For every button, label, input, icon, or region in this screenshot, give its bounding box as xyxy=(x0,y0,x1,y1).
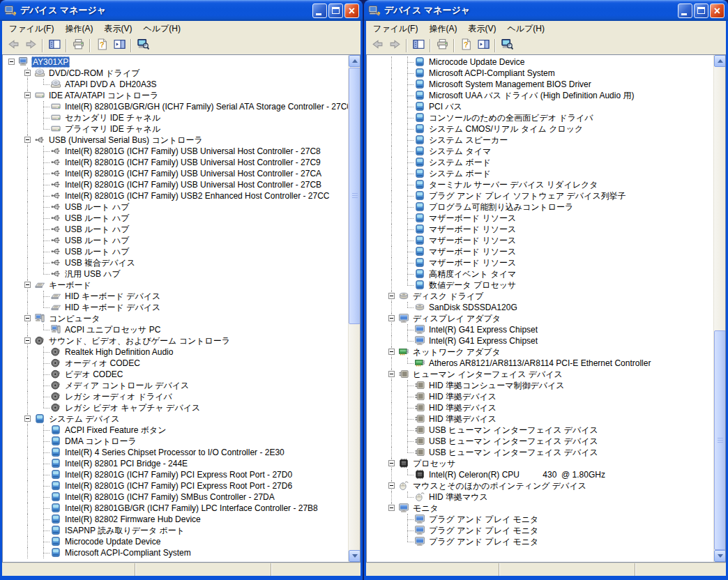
tree-item-label[interactable]: IDE ATA/ATAPI コントローラ xyxy=(47,90,160,101)
scrollbar-track[interactable] xyxy=(714,67,725,550)
back-button[interactable] xyxy=(369,38,386,53)
vertical-scrollbar[interactable] xyxy=(348,55,360,562)
tree-item-label[interactable]: Intel(R) 82801G (ICH7 Family) PCI Expres… xyxy=(63,480,294,491)
tree-item-row[interactable]: Intel(R) 82802 Firmware Hub Device xyxy=(3,514,348,525)
maximize-button[interactable] xyxy=(328,3,343,18)
tree-category-row[interactable]: ヒューマン インターフェイス デバイス xyxy=(367,369,713,380)
tree-item-label[interactable]: システム ボード xyxy=(427,157,492,168)
scroll-up-button[interactable] xyxy=(714,55,726,67)
tree-category-row[interactable]: コンピュータ xyxy=(3,313,348,324)
tree-item-label[interactable]: AY301XP xyxy=(31,56,70,68)
tree-item-label[interactable]: Intel(R) 4 Series Chipset Processor to I… xyxy=(63,447,286,458)
tree-item-label[interactable]: モニタ xyxy=(411,503,440,514)
tree-item-row[interactable]: Microsoft System Management BIOS Driver xyxy=(367,79,713,90)
tree-item-row[interactable]: Intel(R) 82801G (ICH7 Family) PCI Expres… xyxy=(3,480,348,491)
scrollbar-thumb[interactable] xyxy=(349,68,361,324)
tree-item-label[interactable]: Realtek High Definition Audio xyxy=(63,346,174,358)
tree-item-label[interactable]: レガシ オーディオ ドライバ xyxy=(63,391,174,402)
tree-item-row[interactable]: Microcode Update Device xyxy=(3,536,348,547)
tree-item-label[interactable]: Intel(R) 82801GB/GR/GH (ICH7 Family) Ser… xyxy=(63,101,348,112)
tree-item-row[interactable]: Intel(R) 82801G (ICH7 Family) USB Univer… xyxy=(3,146,348,157)
tree-category-row[interactable]: IDE ATA/ATAPI コントローラ xyxy=(3,90,348,101)
tree-category-row[interactable]: USB (Universal Serial Bus) コントローラ xyxy=(3,135,348,146)
tree-item-label[interactable]: Intel(R) 82801G (ICH7 Family) USB2 Enhan… xyxy=(63,190,331,201)
tree-item-row[interactable]: HID 準拠マウス xyxy=(367,491,713,503)
scroll-down-button[interactable] xyxy=(714,550,726,562)
tree-category-row[interactable]: システム デバイス xyxy=(3,413,348,425)
tree-item-row[interactable]: Intel(R) 82801G (ICH7 Family) USB2 Enhan… xyxy=(3,190,348,201)
tree-item-row[interactable]: Intel(R) 82801G (ICH7 Family) USB Univer… xyxy=(3,168,348,179)
tree-category-row[interactable]: プロセッサ xyxy=(367,458,713,469)
titlebar[interactable]: デバイス マネージャ xyxy=(364,0,728,21)
collapse-toggle[interactable] xyxy=(24,282,31,288)
tree-item-label[interactable]: Intel(R) 82801GB/GR (ICH7 Family) LPC In… xyxy=(63,503,319,514)
tree-item-label[interactable]: プログラム可能割り込みコントローラ xyxy=(427,201,575,213)
tree-item-row[interactable]: Intel(R) G41 Express Chipset xyxy=(367,324,713,335)
tree-item-label[interactable]: USB ルート ハブ xyxy=(63,224,130,235)
collapse-toggle[interactable] xyxy=(8,59,15,65)
tree-item-row[interactable]: 高精度イベント タイマ xyxy=(367,268,713,280)
tree-item-label[interactable]: USB ルート ハブ xyxy=(63,201,130,213)
collapse-toggle[interactable] xyxy=(24,337,31,344)
vertical-scrollbar[interactable] xyxy=(713,55,725,562)
tree-item-label[interactable]: USB ルート ハブ xyxy=(63,213,130,224)
tree-item-row[interactable]: システム ボード xyxy=(367,157,713,168)
collapse-toggle[interactable] xyxy=(388,315,395,321)
tree-item-label[interactable]: レガシ ビデオ キャプチャ デバイス xyxy=(63,402,202,413)
tree-item-label[interactable]: マザーボード リソース xyxy=(427,213,517,224)
tree-item-row[interactable]: Intel(R) 82801G (ICH7 Family) PCI Expres… xyxy=(3,469,348,480)
tree-category-row[interactable]: マウスとそのほかのポインティング デバイス xyxy=(367,480,713,491)
tree-item-label[interactable]: Microsoft UAA バス ドライバ (High Definition A… xyxy=(427,90,635,101)
scrollbar-thumb[interactable] xyxy=(714,330,726,550)
tree-item-label[interactable]: 高精度イベント タイマ xyxy=(427,268,517,280)
tree-item-label[interactable]: HID 準拠デバイス xyxy=(427,391,498,402)
tree-item-label[interactable]: Microcode Update Device xyxy=(63,536,162,547)
tree-item-row[interactable]: Microsoft ACPI-Compliant System xyxy=(3,547,348,558)
tree-item-row[interactable]: Intel(R) 82801G (ICH7 Family) USB Univer… xyxy=(3,157,348,168)
tree-item-row[interactable]: メディア コントロール デバイス xyxy=(3,380,348,391)
show-action-pane-button[interactable] xyxy=(475,38,492,53)
show-action-pane-button[interactable] xyxy=(111,38,128,53)
tree-item-row[interactable]: レガシ オーディオ ドライバ xyxy=(3,391,348,402)
tree-item-label[interactable]: USB ヒューマン インターフェイス デバイス xyxy=(427,425,600,436)
collapse-toggle[interactable] xyxy=(388,349,395,355)
minimize-button[interactable] xyxy=(312,3,327,18)
tree-item-row[interactable]: Microcode Update Device xyxy=(367,56,713,68)
tree-item-label[interactable]: HID キーボード デバイス xyxy=(63,291,162,302)
back-button[interactable] xyxy=(5,38,22,53)
tree-item-label[interactable]: Microcode Update Device xyxy=(427,56,526,68)
tree-item-row[interactable]: USB ルート ハブ xyxy=(3,201,348,213)
tree-item-row[interactable]: マザーボード リソース xyxy=(367,213,713,224)
tree-item-row[interactable]: セカンダリ IDE チャネル xyxy=(3,112,348,123)
tree-item-row[interactable]: HID 準拠デバイス xyxy=(367,391,713,402)
tree-item-row[interactable]: プログラム可能割り込みコントローラ xyxy=(367,201,713,213)
tree-item-row[interactable]: USB ヒューマン インターフェイス デバイス xyxy=(367,447,713,458)
tree-item-label[interactable]: ビデオ CODEC xyxy=(63,369,125,380)
tree-item-row[interactable]: プラグ アンド プレイ モニタ xyxy=(367,536,713,547)
tree-item-label[interactable]: USB ヒューマン インターフェイス デバイス xyxy=(427,447,600,458)
tree-item-label[interactable]: プラグ アンド プレイ モニタ xyxy=(427,514,540,525)
tree-item-label[interactable]: マザーボード リソース xyxy=(427,257,517,268)
tree-item-row[interactable]: ACPI ユニプロセッサ PC xyxy=(3,324,348,335)
tree-item-row[interactable]: コンソールのための全画面ビデオ ドライバ xyxy=(367,112,713,123)
tree-item-row[interactable]: システム CMOS/リアル タイム クロック xyxy=(367,123,713,135)
tree-item-label[interactable]: SanDisk SDSSDA120G xyxy=(427,302,519,313)
menu-file[interactable]: ファイル(F) xyxy=(367,21,423,37)
tree-item-label[interactable]: ヒューマン インターフェイス デバイス xyxy=(411,369,564,380)
collapse-toggle[interactable] xyxy=(388,293,395,299)
tree-item-label[interactable]: USB (Universal Serial Bus) コントローラ xyxy=(47,135,204,146)
show-hide-console-tree-button[interactable] xyxy=(46,38,63,53)
tree-item-label[interactable]: マザーボード リソース xyxy=(427,246,517,257)
tree-item-row[interactable]: Intel(R) 82801GB/GR/GH (ICH7 Family) Ser… xyxy=(3,101,348,112)
forward-button[interactable] xyxy=(22,38,39,53)
tree-item-label[interactable]: メディア コントロール デバイス xyxy=(63,380,190,391)
show-hide-console-tree-button[interactable] xyxy=(410,38,427,53)
tree-category-row[interactable]: モニタ xyxy=(367,503,713,514)
tree-item-row[interactable]: システム スピーカー xyxy=(367,135,713,146)
scan-hardware-button[interactable] xyxy=(135,38,151,53)
scroll-up-button[interactable] xyxy=(349,55,361,67)
titlebar[interactable]: デバイス マネージャ xyxy=(0,0,363,21)
tree-item-label[interactable]: USB ルート ハブ xyxy=(63,235,130,246)
tree-item-row[interactable]: 数値データ プロセッサ xyxy=(367,280,713,291)
tree-item-label[interactable]: Intel(R) Celeron(R) CPU 430 @ 1.80GHz xyxy=(427,469,607,480)
